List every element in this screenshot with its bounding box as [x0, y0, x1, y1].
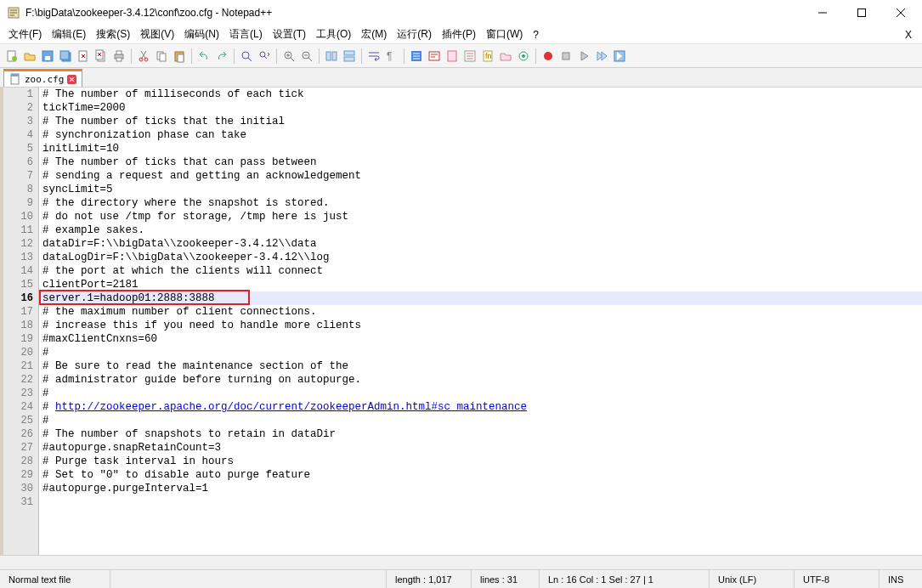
line-number: 24 [3, 400, 38, 414]
code-line[interactable]: # The number of milliseconds of each tic… [39, 88, 922, 101]
user-lang-icon[interactable] [426, 48, 443, 65]
show-all-chars-icon[interactable]: ¶ [383, 48, 400, 65]
folder-workspace-icon[interactable] [497, 48, 514, 65]
save-icon[interactable] [39, 48, 56, 65]
code-line[interactable]: # Set to "0" to disable auto purge featu… [39, 468, 922, 482]
copy-icon[interactable] [153, 48, 170, 65]
play-multi-icon[interactable] [593, 48, 610, 65]
code-line[interactable]: # synchronization phase can take [39, 128, 922, 142]
minimize-button[interactable] [803, 0, 842, 25]
svg-rect-31 [448, 51, 456, 61]
redo-icon[interactable] [213, 48, 230, 65]
code-line[interactable]: #autopurge.purgeInterval=1 [39, 482, 922, 495]
func-list-icon[interactable]: fn [479, 48, 496, 65]
print-icon[interactable] [110, 48, 127, 65]
code-line[interactable]: # The number of snapshots to retain in d… [39, 427, 922, 441]
open-file-icon[interactable] [21, 48, 38, 65]
line-number: 20 [3, 346, 38, 359]
menu-item[interactable]: 视图(V) [135, 26, 179, 43]
paste-icon[interactable] [171, 48, 188, 65]
stop-icon[interactable] [557, 48, 574, 65]
text-content[interactable]: # The number of milliseconds of each tic… [39, 88, 922, 555]
maximize-button[interactable] [842, 0, 881, 25]
menu-close-x[interactable]: X [898, 29, 919, 41]
menu-item[interactable]: 插件(P) [437, 26, 481, 43]
code-line[interactable]: server.1=hadoop01:2888:3888 [39, 291, 922, 305]
tab-close-icon[interactable] [67, 75, 76, 84]
code-line[interactable]: syncLimit=5 [39, 183, 922, 196]
code-line[interactable]: clientPort=2181 [39, 278, 922, 291]
monitor-icon[interactable] [515, 48, 532, 65]
editor-area[interactable]: 1234567891011121314151617181920212223242… [0, 88, 922, 555]
code-line[interactable]: #autopurge.snapRetainCount=3 [39, 441, 922, 455]
record-icon[interactable] [540, 48, 557, 65]
horizontal-scrollbar[interactable] [0, 555, 922, 569]
code-line[interactable]: # [39, 414, 922, 427]
sync-v-icon[interactable] [323, 48, 340, 65]
line-number: 28 [3, 455, 38, 468]
code-line[interactable]: # The number of ticks that the initial [39, 115, 922, 128]
code-line[interactable]: # The number of ticks that can pass betw… [39, 155, 922, 169]
find-icon[interactable] [238, 48, 255, 65]
code-line[interactable]: # Purge task interval in hours [39, 455, 922, 468]
zoom-in-icon[interactable] [280, 48, 297, 65]
new-file-icon[interactable] [3, 48, 20, 65]
close-button[interactable] [881, 0, 920, 25]
code-line[interactable]: # example sakes. [39, 223, 922, 237]
line-number: 10 [3, 210, 38, 223]
line-number: 7 [3, 169, 38, 183]
replace-icon[interactable] [256, 48, 273, 65]
line-number: 19 [3, 332, 38, 346]
menu-item[interactable]: 宏(M) [356, 26, 392, 43]
file-tab[interactable]: zoo.cfg [3, 69, 82, 87]
code-line[interactable]: # the directory where the snapshot is st… [39, 196, 922, 210]
wordwrap-icon[interactable] [365, 48, 382, 65]
menu-item[interactable]: 编辑(E) [47, 26, 91, 43]
menu-item[interactable]: 窗口(W) [481, 26, 528, 43]
menu-item[interactable]: 文件(F) [3, 26, 47, 43]
menu-item[interactable]: 运行(R) [392, 26, 437, 43]
sync-h-icon[interactable] [341, 48, 358, 65]
code-line[interactable]: # the maximum number of client connectio… [39, 305, 922, 319]
code-line[interactable]: initLimit=10 [39, 142, 922, 155]
code-line[interactable]: tickTime=2000 [39, 101, 922, 115]
hyperlink[interactable]: http://zookeeper.apache.org/doc/current/… [55, 401, 527, 413]
code-line[interactable]: # do not use /tmp for storage, /tmp here… [39, 210, 922, 223]
zoom-out-icon[interactable] [298, 48, 315, 65]
save-all-icon[interactable] [57, 48, 74, 65]
svg-rect-25 [332, 52, 337, 60]
menu-item[interactable]: ? [528, 26, 544, 43]
cut-icon[interactable] [135, 48, 152, 65]
menu-item[interactable]: 设置(T) [268, 26, 311, 43]
indent-guide-icon[interactable] [408, 48, 425, 65]
menu-item[interactable]: 语言(L) [224, 26, 268, 43]
app-icon [7, 6, 20, 20]
doc-list-icon[interactable] [461, 48, 478, 65]
line-number: 1 [3, 88, 38, 101]
code-line[interactable]: # [39, 346, 922, 359]
code-line[interactable]: #maxClientCnxns=60 [39, 332, 922, 346]
svg-text:¶: ¶ [387, 50, 392, 62]
code-line[interactable]: # Be sure to read the maintenance sectio… [39, 359, 922, 373]
code-line[interactable]: # http://zookeeper.apache.org/doc/curren… [39, 400, 922, 414]
menu-item[interactable]: 工具(O) [311, 26, 356, 43]
close-all-icon[interactable] [93, 48, 110, 65]
code-line[interactable]: # the port at which the clients will con… [39, 264, 922, 278]
code-line[interactable]: dataDir=F:\\bigData\\zookeeper-3.4.12\\d… [39, 237, 922, 251]
save-macro-icon[interactable] [611, 48, 628, 65]
play-icon[interactable] [575, 48, 592, 65]
code-line[interactable] [39, 495, 922, 509]
code-line[interactable]: # [39, 387, 922, 400]
doc-map-icon[interactable] [444, 48, 461, 65]
line-number: 9 [3, 196, 38, 210]
close-file-icon[interactable] [75, 48, 92, 65]
code-line[interactable]: dataLogDir=F:\\bigData\\zookeeper-3.4.12… [39, 251, 922, 264]
code-line[interactable]: # increase this if you need to handle mo… [39, 319, 922, 332]
code-line[interactable]: # administrator guide before turning on … [39, 373, 922, 387]
undo-icon[interactable] [195, 48, 212, 65]
line-number: 8 [3, 183, 38, 196]
menu-item[interactable]: 搜索(S) [91, 26, 135, 43]
menu-item[interactable]: 编码(N) [179, 26, 224, 43]
line-number: 25 [3, 414, 38, 427]
code-line[interactable]: # sending a request and getting an ackno… [39, 169, 922, 183]
